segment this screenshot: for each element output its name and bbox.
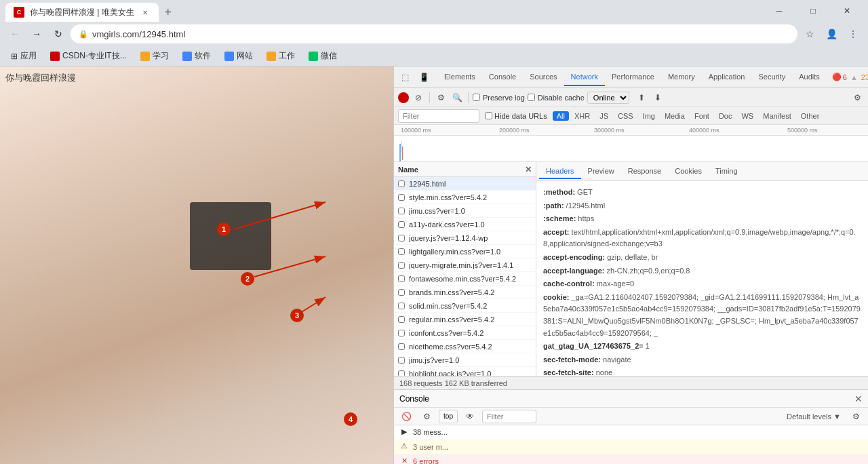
req-check-9[interactable] <box>398 303 405 309</box>
console-settings-icon2[interactable]: ⚙ <box>848 408 864 425</box>
console-filter-input[interactable] <box>482 410 536 423</box>
bookmark-csdn[interactable]: CSDN-专业IT技... <box>45 48 132 64</box>
request-item-8[interactable]: brands.min.css?ver=5.4.2 <box>394 286 536 299</box>
req-check-3[interactable] <box>398 221 405 228</box>
request-item-6[interactable]: jquery-migrate.min.js?ver=1.4.1 <box>394 258 536 272</box>
minimize-button[interactable]: ─ <box>764 0 795 22</box>
active-tab[interactable]: C 你与晚霞同样浪漫 | 唯美女生 ✕ <box>5 3 159 22</box>
cookies-tab[interactable]: Cookies <box>668 164 709 179</box>
req-check-12[interactable] <box>398 343 405 350</box>
request-item-5[interactable]: lightgallery.min.css?ver=1.0 <box>394 245 536 258</box>
headers-tab[interactable]: Headers <box>539 164 581 179</box>
console-settings-icon[interactable]: ⚙ <box>418 408 435 425</box>
menu-icon[interactable]: ⋮ <box>844 24 863 43</box>
request-item-7[interactable]: fontawesome.min.css?ver=5.4.2 <box>394 272 536 286</box>
settings-icon[interactable]: ⚙ <box>850 91 864 104</box>
tab-audits[interactable]: Audits <box>792 69 827 86</box>
tab-application[interactable]: Application <box>702 69 752 86</box>
bookmark-icon[interactable]: ☆ <box>800 24 819 43</box>
req-check-5[interactable] <box>398 248 405 255</box>
preserve-log-input[interactable] <box>473 94 480 101</box>
bookmark-study[interactable]: 学习 <box>135 48 174 64</box>
req-check-4[interactable] <box>398 235 405 241</box>
profile-icon[interactable]: 👤 <box>822 24 841 43</box>
request-item-4[interactable]: jquery.js?ver=1.12.4-wp <box>394 231 536 245</box>
search-icon[interactable]: 🔍 <box>450 91 464 104</box>
bookmark-wechat[interactable]: 微信 <box>303 48 342 64</box>
request-item-11[interactable]: iconfont.css?ver=5.4.2 <box>394 326 536 340</box>
req-check-6[interactable] <box>398 262 405 269</box>
req-check-13[interactable] <box>398 357 405 364</box>
bookmark-website[interactable]: 网站 <box>219 48 258 64</box>
hide-data-urls-input[interactable] <box>485 112 492 119</box>
tab-security[interactable]: Security <box>751 69 792 86</box>
filter-ws[interactable]: WS <box>737 111 757 121</box>
tab-performance[interactable]: Performance <box>605 69 661 86</box>
bookmark-work[interactable]: 工作 <box>261 48 300 64</box>
preserve-log-checkbox[interactable]: Preserve log <box>473 94 525 102</box>
hide-data-urls-checkbox[interactable]: Hide data URLs <box>485 112 547 120</box>
device-icon[interactable]: 📱 <box>416 69 432 85</box>
stop-icon[interactable]: ⊘ <box>412 91 425 104</box>
record-button[interactable] <box>398 92 409 103</box>
req-check-1[interactable] <box>398 194 405 201</box>
filter-img[interactable]: Img <box>639 111 659 121</box>
filter-manifest[interactable]: Manifest <box>759 111 795 121</box>
request-item-12[interactable]: nicetheme.css?ver=5.4.2 <box>394 340 536 353</box>
console-eye-icon[interactable]: 👁 <box>462 408 478 425</box>
throttle-select[interactable]: Online <box>587 92 629 104</box>
close-button[interactable]: ✕ <box>831 0 863 22</box>
request-item-3[interactable]: a11y-dark.css?ver=1.0 <box>394 218 536 231</box>
tab-memory[interactable]: Memory <box>661 69 702 86</box>
filter-media[interactable]: Media <box>660 111 689 121</box>
filter-other[interactable]: Other <box>797 111 824 121</box>
filter-js[interactable]: JS <box>595 111 612 121</box>
tab-sources[interactable]: Sources <box>523 69 564 86</box>
forward-button[interactable]: → <box>27 24 46 43</box>
filter-font[interactable]: Font <box>690 111 713 121</box>
filter-icon[interactable]: ⚙ <box>434 91 448 104</box>
tab-close-button[interactable]: ✕ <box>140 7 151 18</box>
req-check-11[interactable] <box>398 330 405 336</box>
back-button[interactable]: ← <box>5 24 24 43</box>
console-clear-icon[interactable]: 🚫 <box>398 408 414 425</box>
filter-css[interactable]: CSS <box>614 111 637 121</box>
request-item-1[interactable]: style.min.css?ver=5.4.2 <box>394 191 536 204</box>
address-input[interactable]: 🔒 vmgirls.com/12945.html <box>71 24 797 43</box>
export-icon[interactable]: ⬇ <box>651 91 665 104</box>
disable-cache-input[interactable] <box>528 94 535 101</box>
filter-input[interactable] <box>398 109 479 123</box>
req-check-7[interactable] <box>398 275 405 282</box>
bookmark-software[interactable]: 软件 <box>177 48 216 64</box>
req-check-2[interactable] <box>398 208 405 214</box>
default-levels-select[interactable]: Default levels ▼ <box>787 412 841 421</box>
inspect-icon[interactable]: ⬚ <box>397 69 413 85</box>
request-item-9[interactable]: solid.min.css?ver=5.4.2 <box>394 299 536 313</box>
console-top-select[interactable]: top <box>439 410 458 423</box>
close-headers-x[interactable]: ✕ <box>525 165 532 174</box>
preview-tab[interactable]: Preview <box>581 164 621 179</box>
console-close-button[interactable]: ✕ <box>854 393 863 404</box>
tab-console[interactable]: Console <box>482 69 523 86</box>
apps-button[interactable]: ⊞ 应用 <box>5 48 42 64</box>
request-item-2[interactable]: jimu.css?ver=1.0 <box>394 204 536 218</box>
disable-cache-checkbox[interactable]: Disable cache <box>528 94 585 102</box>
tab-network[interactable]: Network <box>564 69 605 86</box>
req-check-8[interactable] <box>398 289 405 296</box>
request-item-10[interactable]: regular.min.css?ver=5.4.2 <box>394 313 536 326</box>
request-item-14[interactable]: highlight.pack.js?ver=1.0 <box>394 367 536 376</box>
new-tab-button[interactable]: + <box>159 3 178 22</box>
request-item-0[interactable]: 12945.html <box>394 177 536 191</box>
maximize-button[interactable]: □ <box>797 0 829 22</box>
import-icon[interactable]: ⬆ <box>635 91 648 104</box>
response-tab[interactable]: Response <box>621 164 669 179</box>
request-item-13[interactable]: jimu.js?ver=1.0 <box>394 353 536 367</box>
req-check-0[interactable] <box>398 180 405 187</box>
req-check-14[interactable] <box>398 370 405 376</box>
timing-tab[interactable]: Timing <box>709 164 745 179</box>
req-check-10[interactable] <box>398 316 405 323</box>
refresh-button[interactable]: ↻ <box>49 24 68 43</box>
filter-all[interactable]: All <box>553 111 569 121</box>
tab-elements[interactable]: Elements <box>437 69 482 86</box>
filter-doc[interactable]: Doc <box>715 111 736 121</box>
